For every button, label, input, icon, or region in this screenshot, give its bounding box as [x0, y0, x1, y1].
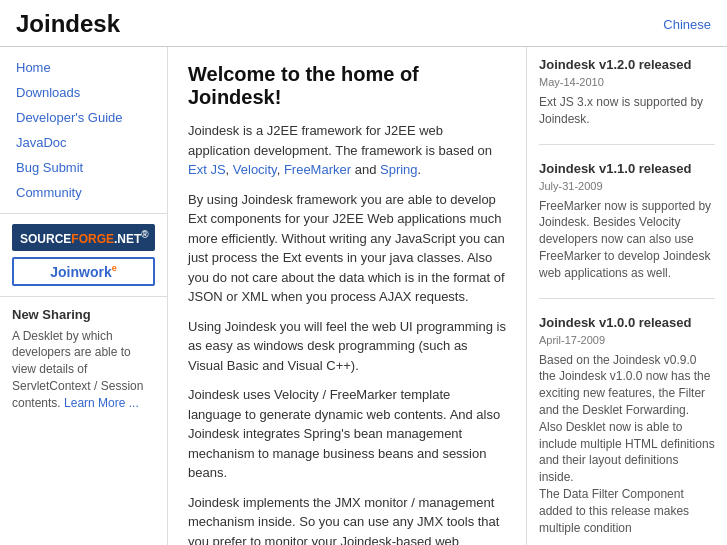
sidebar-banners: SOURCEFORGE.NET® Joinworke: [0, 214, 167, 297]
ext-js-link[interactable]: Ext JS: [188, 162, 226, 177]
release-1-title: Joindesk v1.2.0 released: [539, 57, 715, 72]
velocity-link[interactable]: Velocity: [233, 162, 277, 177]
main-heading: Welcome to the home of Joindesk!: [188, 63, 506, 109]
main-content: Welcome to the home of Joindesk! Joindes…: [168, 47, 527, 545]
layout: Home Downloads Developer's Guide JavaDoc…: [0, 47, 727, 545]
sidebar-item-home[interactable]: Home: [0, 55, 167, 80]
release-2-text: FreeMarker now is supported by Joindesk.…: [539, 198, 715, 282]
sidebar-nav: Home Downloads Developer's Guide JavaDoc…: [0, 47, 167, 214]
header: Joindesk Chinese: [0, 0, 727, 47]
release-1-date: May-14-2010: [539, 76, 715, 88]
sidebar-item-community[interactable]: Community: [0, 180, 167, 205]
release-item-3: Joindesk v1.0.0 released April-17-2009 B…: [539, 315, 715, 545]
release-2-date: July-31-2009: [539, 180, 715, 192]
sharing-title: New Sharing: [12, 307, 155, 322]
release-item-1: Joindesk v1.2.0 released May-14-2010 Ext…: [539, 57, 715, 145]
release-3-date: April-17-2009: [539, 334, 715, 346]
sharing-text: A Desklet by which developers are able t…: [12, 328, 155, 412]
joinwork-label: Joinworke: [50, 264, 116, 280]
language-link[interactable]: Chinese: [663, 17, 711, 32]
learn-more-link[interactable]: Learn More ...: [64, 396, 139, 410]
release-3-text: Based on the Joindesk v0.9.0 the Joindes…: [539, 352, 715, 537]
right-panel: Joindesk v1.2.0 released May-14-2010 Ext…: [527, 47, 727, 545]
sidebar-item-downloads[interactable]: Downloads: [0, 80, 167, 105]
intro-paragraph: Joindesk is a J2EE framework for J2EE we…: [188, 121, 506, 180]
release-item-2: Joindesk v1.1.0 released July-31-2009 Fr…: [539, 161, 715, 299]
para2: By using Joindesk framework you are able…: [188, 190, 506, 307]
sidebar-item-javadoc[interactable]: JavaDoc: [0, 130, 167, 155]
para3: Using Joindesk you will feel the web UI …: [188, 317, 506, 376]
sidebar-sharing: New Sharing A Desklet by which developer…: [0, 297, 167, 422]
sidebar-item-developers-guide[interactable]: Developer's Guide: [0, 105, 167, 130]
spring-link[interactable]: Spring: [380, 162, 418, 177]
sidebar: Home Downloads Developer's Guide JavaDoc…: [0, 47, 168, 545]
sidebar-item-bug-submit[interactable]: Bug Submit: [0, 155, 167, 180]
para5: Joindesk implements the JMX monitor / ma…: [188, 493, 506, 546]
release-2-title: Joindesk v1.1.0 released: [539, 161, 715, 176]
sourceforge-banner[interactable]: SOURCEFORGE.NET®: [12, 224, 155, 251]
release-3-title: Joindesk v1.0.0 released: [539, 315, 715, 330]
para4: Joindesk uses Velocity / FreeMarker temp…: [188, 385, 506, 483]
release-1-text: Ext JS 3.x now is supported by Joindesk.: [539, 94, 715, 128]
freemarker-link[interactable]: FreeMarker: [284, 162, 351, 177]
joinwork-banner[interactable]: Joinworke: [12, 257, 155, 286]
site-title: Joindesk: [16, 10, 120, 38]
